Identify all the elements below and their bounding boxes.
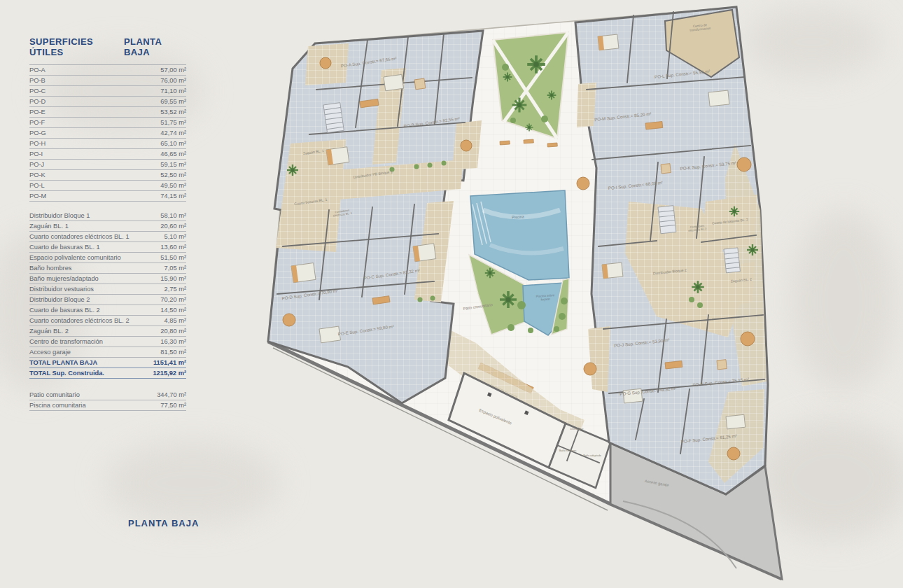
surface-label: Espacio polivalente comunitario [29,254,121,261]
surface-value: 59,15 m² [160,161,186,168]
surface-row: PO-F51,75 m² [29,118,186,128]
surface-value: 81,50 m² [160,349,186,356]
surface-row: PO-C71,10 m² [29,86,186,97]
surface-row: Espacio polivalente comunitario51,50 m² [29,253,186,263]
surface-label: TOTAL Sup. Construida. [29,370,104,377]
surface-row: Distribuidor Bloque 270,20 m² [29,295,186,305]
surface-value: 20,60 m² [160,223,186,230]
surface-row: Cuarto de basuras BL. 113,60 m² [29,242,186,253]
surface-value: 52,50 m² [160,172,186,178]
surface-value: 76,00 m² [160,77,186,84]
surface-value: 49,50 m² [160,182,186,189]
surface-row: Piscina comunitaria77,50 m² [29,400,186,411]
surface-row: PO-E53,52 m² [29,107,186,118]
surface-label: Patio comunitario [29,391,80,398]
plan-label: Distribuidor [570,428,584,430]
surface-row: Baño hombres7,05 m² [29,263,186,274]
surface-label: PO-G [29,130,46,136]
surface-label: TOTAL PLANTA BAJA [29,359,97,366]
surface-label: Distribuidor vestuarios [29,286,94,293]
pool [469,190,569,335]
surface-value: 5,10 m² [164,233,186,240]
surface-label: Cuarto contadores eléctricos BL. 1 [29,233,130,240]
surface-label: Centro de transformación [29,338,103,345]
legend-header: SUPERFICIES ÚTILES PLANTA BAJA [29,36,186,57]
surface-value: 74,15 m² [160,192,186,200]
surface-value: 2,75 m² [164,286,186,293]
surface-label: PO-E [29,108,46,115]
surface-label: PO-I [29,150,43,158]
surface-label: Piscina comunitaria [29,402,86,409]
surface-label: Distribuidor Bloque 1 [29,212,90,219]
surface-value: 58,10 m² [160,212,186,219]
surface-value: 70,20 m² [160,296,186,303]
surface-row: PO-I46,65 m² [29,149,186,160]
surface-value: 51,50 m² [160,254,186,261]
plan-label: Baño adaptado [583,454,601,457]
surface-value: 7,05 m² [164,265,186,272]
surface-value: 42,74 m² [160,130,186,136]
surface-label: Cuarto de basuras BL. 2 [29,307,100,314]
legend-title: SUPERFICIES ÚTILES [29,36,124,57]
surface-value: 46,65 m² [160,150,186,158]
legend-group: PO-A57,00 m²PO-B76,00 m²PO-C71,10 m²PO-D… [29,64,186,202]
surface-label: PO-A [29,66,46,74]
surface-label: PO-J [29,161,44,168]
legend-group: Distribuidor Bloque 158,10 m²Zaguán BL. … [29,211,186,358]
surface-value: 15,90 m² [160,275,186,282]
surface-value: 20,80 m² [160,328,186,335]
surfaces-legend: SUPERFICIES ÚTILES PLANTA BAJA PO-A57,00… [29,36,186,411]
surface-row: Centro de transformación16,30 m² [29,337,186,347]
surface-row: Baño mujeres/adaptado15,90 m² [29,274,186,284]
page: { "legend": { "header_left": "SUPERFICIE… [0,0,903,588]
surface-value: 344,70 m² [157,391,186,398]
legend-rows: PO-A57,00 m²PO-B76,00 m²PO-C71,10 m²PO-D… [29,64,186,411]
surface-value: 13,60 m² [160,244,186,251]
surface-value: 65,10 m² [160,140,186,147]
surface-row: PO-G42,74 m² [29,128,186,139]
surface-value: 71,10 m² [160,88,186,94]
surface-label: Zaguán BL. 2 [29,328,69,335]
surface-value: 57,00 m² [160,66,186,74]
surface-label: Baño hombres [29,265,71,272]
surface-row: PO-A57,00 m² [29,65,186,76]
surface-row: TOTAL PLANTA BAJA1151,41 m² [29,358,186,368]
surface-value: 1215,92 m² [153,370,186,377]
surface-row: Zaguán BL. 120,60 m² [29,221,186,232]
surface-label: Baño mujeres/adaptado [29,275,99,282]
surface-label: Cuarto de basuras BL. 1 [29,244,100,251]
surface-label: PO-C [29,88,46,94]
surface-row: PO-H65,10 m² [29,139,186,149]
surface-label: PO-M [29,192,46,200]
surface-row: PO-D69,55 m² [29,97,186,107]
surface-row: Distribuidor Bloque 158,10 m² [29,211,186,221]
surface-label: Distribuidor Bloque 2 [29,296,90,303]
surface-row: Cuarto contadores eléctricos BL. 15,10 m… [29,232,186,242]
surface-row: PO-B76,00 m² [29,76,186,86]
surface-value: 77,50 m² [160,402,186,409]
surface-value: 14,50 m² [160,307,186,314]
surface-value: 53,52 m² [160,108,186,115]
surface-row: TOTAL Sup. Construida.1215,92 m² [29,368,186,379]
surface-row: Cuarto contadores eléctricos BL. 24,85 m… [29,316,186,326]
plan-label: Baño hombres [559,449,577,452]
surface-label: PO-L [29,182,45,189]
surface-value: 16,30 m² [160,338,186,345]
surface-row: Patio comunitario344,70 m² [29,390,186,400]
surface-value: 1151,41 m² [153,359,186,366]
legend-floor: PLANTA BAJA [124,36,186,57]
plan-caption: PLANTA BAJA [128,518,199,528]
surface-label: PO-H [29,140,46,147]
surface-label: Zaguán BL. 1 [29,223,69,230]
legend-group: TOTAL PLANTA BAJA1151,41 m²TOTAL Sup. Co… [29,358,186,379]
surface-row: Acceso garaje81,50 m² [29,347,186,358]
surface-label: PO-B [29,77,46,84]
surface-label: PO-K [29,172,46,178]
surface-row: PO-L49,50 m² [29,181,186,191]
surface-value: 4,85 m² [164,317,186,324]
surface-row: Cuarto de basuras BL. 214,50 m² [29,305,186,316]
surface-label: Cuarto contadores eléctricos BL. 2 [29,317,130,324]
surface-label: PO-F [29,119,45,126]
legend-group: Patio comunitario344,70 m²Piscina comuni… [29,390,186,411]
surface-row: PO-K52,50 m² [29,170,186,181]
